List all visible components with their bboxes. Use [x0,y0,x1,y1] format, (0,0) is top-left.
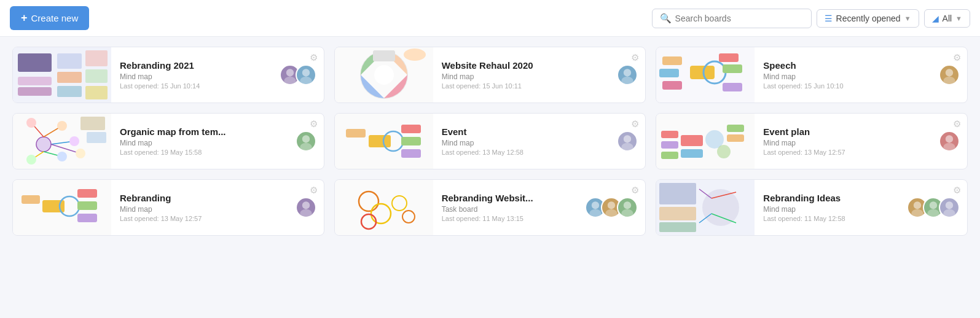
svg-rect-64 [727,125,744,132]
svg-rect-74 [77,189,97,198]
board-settings-button[interactable]: ⚙ [631,118,639,130]
svg-rect-66 [661,131,678,138]
svg-point-43 [57,152,67,161]
svg-point-102 [911,209,923,218]
create-new-button[interactable]: + Create new [10,6,89,30]
board-avatars [939,64,960,85]
svg-point-79 [300,209,312,218]
svg-point-31 [943,77,955,85]
avatar [617,64,638,85]
board-settings-button[interactable]: ⚙ [310,185,318,196]
svg-rect-61 [681,149,703,158]
board-card[interactable]: Rebranding Ideas Mind map Last opened: 1… [656,179,968,236]
board-settings-button[interactable]: ⚙ [310,118,318,130]
svg-rect-47 [87,132,106,143]
avatar [617,197,638,218]
board-info: Website Rehaul 2020 Mind map Last opened… [433,53,617,97]
svg-rect-5 [57,72,82,83]
svg-point-42 [26,155,36,165]
board-type: Mind map [120,205,287,214]
filter-icon: ◢ [932,14,939,23]
board-thumbnail [335,47,433,103]
board-settings-button[interactable]: ⚙ [953,52,961,63]
svg-point-18 [404,48,426,61]
board-type: Mind map [442,72,609,81]
search-input[interactable] [675,14,798,23]
svg-rect-65 [727,134,744,142]
avatar [617,131,638,152]
board-info: Event plan Mind map Last opened: 13 May … [755,119,939,163]
board-avatars [296,131,316,152]
board-title: Event plan [763,126,930,137]
svg-point-88 [608,201,615,209]
board-card[interactable]: Rebranding 2021 Mind map Last opened: 15… [12,47,324,103]
chevron-down-icon: ▼ [904,15,911,22]
svg-point-105 [946,201,953,209]
board-settings-button[interactable]: ⚙ [953,118,961,130]
board-avatars [617,64,638,85]
svg-point-62 [706,131,723,148]
svg-point-87 [590,209,602,218]
svg-point-86 [592,201,599,209]
svg-point-48 [302,135,309,142]
svg-point-16 [374,65,394,85]
svg-point-12 [302,69,309,76]
board-card[interactable]: Rebranding Mind map Last opened: 13 May … [12,179,324,236]
board-info: Event Mind map Last opened: 13 May 12:58 [433,119,617,163]
svg-rect-68 [661,152,678,159]
board-date: Last opened: 19 May 15:58 [120,149,287,156]
svg-point-101 [914,201,921,209]
recently-opened-label: Recently opened [836,14,901,23]
avatar [296,131,316,152]
board-thumbnail [656,180,755,235]
svg-point-41 [57,121,67,131]
board-date: Last opened: 11 May 13:15 [442,215,577,222]
toolbar-right: 🔍 ☰ Recently opened ▼ ◢ All ▼ [652,9,970,28]
board-type: Mind map [763,72,930,81]
svg-point-63 [718,145,730,158]
board-card[interactable]: Organic map from tem... Mind map Last op… [12,113,324,169]
board-card[interactable]: Event Mind map Last opened: 13 May 12:58… [334,113,646,169]
svg-rect-2 [18,77,52,85]
board-card[interactable]: Speech Mind map Last opened: 15 Jun 10:1… [656,47,968,103]
svg-rect-95 [659,222,696,232]
board-card[interactable]: Rebranding Websit... Task board Last ope… [334,179,646,236]
board-date: Last opened: 13 May 12:58 [442,149,609,156]
board-date: Last opened: 15 Jun 10:11 [442,82,609,90]
board-avatars [907,197,960,218]
board-title: Rebranding Ideas [763,193,898,203]
svg-rect-54 [401,137,421,145]
svg-rect-93 [659,183,696,204]
board-settings-button[interactable]: ⚙ [953,185,961,196]
svg-rect-29 [662,81,682,90]
boards-grid: Rebranding 2021 Mind map Last opened: 15… [0,37,980,246]
board-thumbnail [13,180,111,235]
board-thumbnail [656,47,755,103]
board-settings-button[interactable]: ⚙ [631,52,639,63]
board-settings-button[interactable]: ⚙ [310,52,318,63]
board-info: Organic map from tem... Mind map Last op… [111,119,296,163]
svg-rect-24 [719,53,739,62]
board-settings-button[interactable]: ⚙ [631,185,639,196]
all-filter[interactable]: ◢ All ▼ [924,9,970,28]
recently-opened-filter[interactable]: ☰ Recently opened ▼ [817,9,919,28]
svg-rect-94 [659,207,696,220]
svg-point-20 [622,77,633,85]
board-title: Rebranding [120,193,287,203]
board-avatars [617,131,638,152]
svg-point-45 [76,149,85,158]
svg-rect-1 [18,53,52,72]
svg-rect-22 [690,66,715,79]
board-info: Speech Mind map Last opened: 15 Jun 10:1… [755,53,939,97]
avatar [296,197,316,218]
all-filter-label: All [943,14,952,23]
svg-rect-25 [723,64,742,73]
board-card[interactable]: Event plan Mind map Last opened: 13 May … [656,113,968,169]
board-card[interactable]: Website Rehaul 2020 Mind map Last opened… [334,47,646,103]
svg-point-11 [284,77,296,85]
svg-rect-55 [401,149,421,158]
board-thumbnail [335,180,433,235]
svg-point-91 [622,209,633,218]
svg-rect-75 [77,201,97,210]
board-info: Rebranding Websit... Task board Last ope… [433,185,586,230]
